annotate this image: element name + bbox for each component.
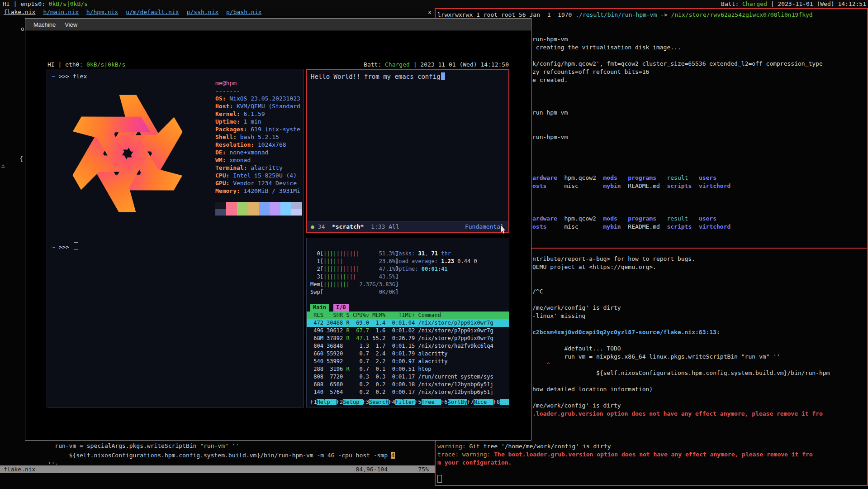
fetch-field: Resolution: 1024x768: [215, 141, 302, 149]
tab-buffer[interactable]: u/m/default.nix: [126, 9, 179, 15]
palette-swatch: [237, 202, 248, 209]
vm-status-bar: HI | eth0: 0kB/s|0kB/s Batt: Charged | 2…: [47, 61, 510, 69]
vm-desktop: HI | eth0: 0kB/s|0kB/s Batt: Charged | 2…: [47, 61, 510, 408]
tab-buffer[interactable]: p/ssh.nix: [187, 9, 218, 15]
terminal-line: m your configuration.: [437, 459, 512, 467]
htop-process-row[interactable]: 496 30612 R 67.7 1.6 0:01.02 /nix/store/…: [307, 327, 509, 335]
terminal-line: /me/work/config' is dirty: [532, 304, 621, 312]
tab-buffer[interactable]: p/bash.nix: [226, 9, 261, 15]
fn-key-button[interactable]: [500, 399, 509, 405]
fetch-field: GPU: Vendor 1234 Device: [215, 179, 302, 187]
htop-process-row[interactable]: 804 36848 1.3 1.7 0:01.15 /nix/store/ha2…: [307, 342, 509, 350]
fn-key-button[interactable]: Search: [369, 399, 389, 405]
close-icon[interactable]: x: [428, 8, 432, 16]
terminal-line: c2bcsm4xmj0vd0capi9q2yc0yzl87-source/fla…: [532, 328, 720, 336]
fn-key-button[interactable]: Filter: [395, 399, 415, 405]
htop-tab-io[interactable]: I/O: [333, 304, 349, 312]
terminal-line: run-hpm-vm: [532, 133, 568, 141]
htop-process-row[interactable]: 688 6560 0.2 0.2 0:00.18 /nix/store/12by…: [307, 381, 509, 388]
palette-swatch: [248, 209, 259, 216]
terminal-line: ardware hpm.qcow2 mods programs result u…: [532, 174, 716, 182]
statusline-percent: 75%: [418, 465, 429, 473]
htop-meter: 3[|||||||||| 43.5%]: [310, 273, 398, 281]
host-battery-clock: Batt: Charged | 2023-11-01 (Wed) 14:12:5…: [721, 0, 866, 8]
fn-key-label: F3: [363, 399, 369, 405]
desktop: HI | enp1s0: 0kB/s|0kB/s Batt: Charged |…: [0, 0, 868, 489]
fn-key-label: F2: [337, 399, 343, 405]
htop-tab-main[interactable]: Main: [310, 304, 329, 312]
terminal-line: [532, 84, 536, 92]
terminal-cursor: [74, 242, 78, 250]
terminal-line: e created.: [532, 76, 568, 84]
palette-swatch: [270, 209, 280, 216]
fn-key-label: F8: [493, 399, 500, 405]
palette-swatch: [259, 202, 270, 209]
emacs-window[interactable]: Hello World!! from my emacs config ● 34 …: [306, 69, 509, 233]
qemu-vm-window[interactable]: MachineView HI | eth0: 0kB/s|0kB/s Batt:…: [25, 18, 531, 441]
fetch-underline: -------: [215, 87, 302, 95]
htop-process-row[interactable]: 288 3196 R 0.7 0.1 0:00.51 htop: [307, 365, 509, 373]
terminal-line: trace: warning: The boot.loader.grub.ver…: [437, 451, 813, 459]
menu-item-view[interactable]: View: [60, 21, 82, 28]
vm-network-status: HI | eth0: 0kB/s|0kB/s: [47, 61, 125, 69]
palette-swatch: [259, 209, 270, 216]
terminal-line: [532, 158, 536, 166]
terminal-line: [532, 296, 536, 304]
statusline-filename: flake.nix: [4, 465, 35, 473]
terminal-line: [532, 52, 536, 60]
tab-buffer[interactable]: flake.nix: [4, 9, 35, 15]
tab-buffer[interactable]: h/hpm.nix: [86, 9, 118, 15]
terminal-line: osts misc mybin README.md scripts virtch…: [532, 223, 730, 231]
terminal-line: creating the virtualisation disk image..…: [532, 43, 681, 52]
htop-table-header[interactable]: RES SHR S CPU%▽ MEM% TIME+ Command: [307, 312, 509, 319]
htop-meter: Swp[ 0K/0K]: [310, 288, 398, 296]
terminal-line: ${self.nixosConfigurations.hpm.config.sy…: [532, 369, 830, 377]
fetch-field: CPU: Intel i5-8250U (4): [215, 172, 302, 179]
htop-cpu-memory-meters: 0[||||||||||| 51.3%] 1[|||||| 23.6%] 2[|…: [310, 250, 398, 296]
fn-key-label: F7: [467, 399, 474, 405]
vm-terminal-window[interactable]: ~ >>> flex me@hpm-------OS: NixOS 23.05: [47, 69, 304, 408]
htop-info-line: Load average: 1.23 0.44 0: [395, 258, 477, 265]
fetch-field: Memory: 1420MiB / 3931Mi: [215, 187, 302, 195]
terminal-line: [532, 141, 536, 149]
fn-key-button[interactable]: Help: [317, 399, 336, 405]
terminal-line: how detailed location information): [532, 385, 653, 393]
terminal-line: [532, 336, 536, 345]
vim-tabline: flake.nixh/main.nixh/hpm.nixu/m/default.…: [0, 8, 435, 16]
tab-buffer[interactable]: h/main.nix: [43, 9, 78, 15]
fn-key-button[interactable]: Tree: [422, 399, 441, 405]
terminal-line: [532, 166, 536, 174]
menu-item-machine[interactable]: Machine: [29, 21, 60, 28]
terminal-line: ntribute/report-a-bug> for how to report…: [532, 255, 695, 263]
palette-swatch: [291, 202, 302, 209]
fn-key-button[interactable]: Nice: [474, 399, 493, 405]
htop-process-row[interactable]: 472 30468 R 69.0 1.4 0:01.04 /nix/store/…: [307, 319, 509, 327]
terminal-line: zy_refcounts=off refcount_bits=16: [532, 68, 649, 76]
fn-key-label: F5: [415, 399, 421, 405]
palette-swatch: [280, 209, 291, 216]
htop-process-row[interactable]: 68M 37892 R 47.1 55.2 0:26.79 /nix/store…: [307, 335, 509, 342]
terminal-line: [532, 92, 536, 101]
terminal-line: run-hpm-vm: [532, 35, 568, 43]
htop-info-line: Uptime: 00:01:41: [395, 265, 477, 273]
htop-process-row[interactable]: 540 53992 0.7 2.2 0:00.97 alacritty: [307, 358, 509, 365]
htop-process-row[interactable]: 140 5764 0.2 0.2 0:00.17 /nix/store/12by…: [307, 388, 509, 396]
htop-process-row[interactable]: 660 55920 0.7 2.4 0:01.79 alacritty: [307, 350, 509, 358]
terminal-line: [532, 377, 536, 385]
qemu-menubar: MachineView: [25, 19, 531, 31]
htop-process-row[interactable]: 808 7720 0.3 0.3 0:01.17 /run/current-sy…: [307, 373, 509, 381]
htop-function-key-bar: F1Help F2Setup F3SearchF4FilterF5Tree F6…: [307, 398, 509, 406]
statusline-ruler: 84,96-104: [356, 465, 388, 473]
host-network-status: HI | enp1s0: 0kB/s|0kB/s: [3, 0, 88, 8]
terminal-line: osts misc mybin README.md scripts virtch…: [532, 182, 730, 190]
fn-key-button[interactable]: Setup: [343, 399, 362, 405]
htop-window[interactable]: 0[||||||||||| 51.3%] 1[|||||| 23.6%] 2[|…: [306, 238, 509, 408]
terminal-line: run-hpm-vm: [532, 109, 568, 117]
emacs-buffer-text: Hello World!! from my emacs config: [311, 72, 445, 81]
htop-meter: 2[||||||||||| 47.1%]: [310, 265, 398, 273]
terminal-line: QEMU project at <https://qemu.org>.: [532, 263, 656, 271]
shell-prompt: ~ >>>: [52, 242, 78, 251]
terminal-line: -linux' missing: [532, 312, 585, 320]
fn-key-button[interactable]: SortBy: [448, 399, 467, 405]
vm-battery-clock: Batt: Charged | 2023-11-01 (Wed) 14:12:5…: [364, 61, 509, 69]
